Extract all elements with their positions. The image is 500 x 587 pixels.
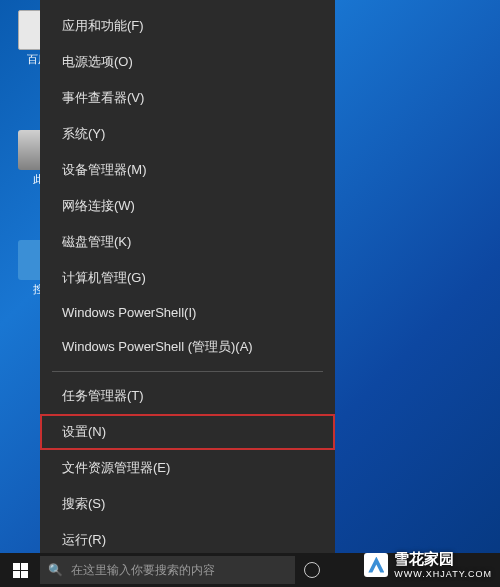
menu-label: Windows PowerShell(I)	[62, 305, 196, 320]
watermark-sub: WWW.XHJATY.COM	[394, 569, 492, 579]
menu-computer-management[interactable]: 计算机管理(G)	[40, 260, 335, 296]
menu-label: 设置(N)	[62, 423, 106, 441]
start-button[interactable]	[0, 553, 40, 587]
search-input[interactable]: 🔍 在这里输入你要搜索的内容	[40, 556, 295, 584]
menu-search[interactable]: 搜索(S)	[40, 486, 335, 522]
search-placeholder: 在这里输入你要搜索的内容	[71, 562, 215, 579]
menu-label: 计算机管理(G)	[62, 269, 146, 287]
menu-network-connections[interactable]: 网络连接(W)	[40, 188, 335, 224]
menu-label: 搜索(S)	[62, 495, 105, 513]
menu-event-viewer[interactable]: 事件查看器(V)	[40, 80, 335, 116]
menu-label: 事件查看器(V)	[62, 89, 144, 107]
watermark-logo-icon	[364, 553, 388, 577]
watermark-title: 雪花家园	[394, 550, 454, 567]
menu-label: Windows PowerShell (管理员)(A)	[62, 338, 253, 356]
menu-label: 电源选项(O)	[62, 53, 133, 71]
menu-label: 磁盘管理(K)	[62, 233, 131, 251]
menu-apps-features[interactable]: 应用和功能(F)	[40, 8, 335, 44]
menu-separator	[52, 371, 323, 372]
menu-powershell-admin[interactable]: Windows PowerShell (管理员)(A)	[40, 329, 335, 365]
menu-power-options[interactable]: 电源选项(O)	[40, 44, 335, 80]
windows-logo-icon	[13, 563, 28, 578]
cortana-button[interactable]	[295, 553, 329, 587]
menu-label: 系统(Y)	[62, 125, 105, 143]
menu-disk-management[interactable]: 磁盘管理(K)	[40, 224, 335, 260]
menu-label: 任务管理器(T)	[62, 387, 144, 405]
menu-label: 运行(R)	[62, 531, 106, 549]
menu-label: 设备管理器(M)	[62, 161, 147, 179]
winx-menu: 应用和功能(F) 电源选项(O) 事件查看器(V) 系统(Y) 设备管理器(M)…	[40, 0, 335, 555]
menu-label: 应用和功能(F)	[62, 17, 144, 35]
watermark: 雪花家园 WWW.XHJATY.COM	[364, 550, 492, 579]
menu-label: 文件资源管理器(E)	[62, 459, 170, 477]
search-icon: 🔍	[48, 563, 63, 577]
menu-settings[interactable]: 设置(N)	[40, 414, 335, 450]
menu-system[interactable]: 系统(Y)	[40, 116, 335, 152]
menu-device-manager[interactable]: 设备管理器(M)	[40, 152, 335, 188]
menu-file-explorer[interactable]: 文件资源管理器(E)	[40, 450, 335, 486]
circle-icon	[304, 562, 320, 578]
menu-label: 网络连接(W)	[62, 197, 135, 215]
menu-task-manager[interactable]: 任务管理器(T)	[40, 378, 335, 414]
menu-powershell[interactable]: Windows PowerShell(I)	[40, 296, 335, 329]
